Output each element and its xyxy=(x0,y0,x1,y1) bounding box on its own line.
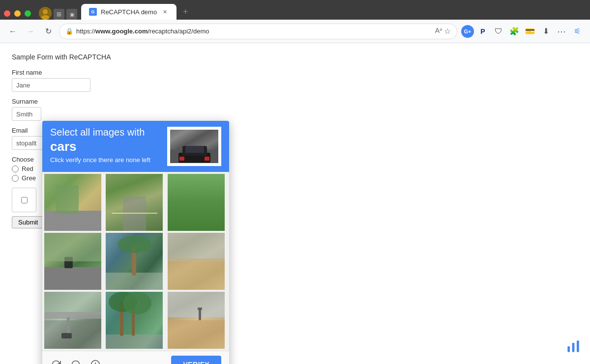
download-icon[interactable]: ⬇ xyxy=(539,25,553,38)
shield-icon[interactable]: 🛡 xyxy=(492,25,505,38)
recaptcha-category: cars xyxy=(50,139,161,154)
help-button[interactable] xyxy=(89,359,101,364)
firstname-group: First name xyxy=(12,69,578,92)
radio-red[interactable] xyxy=(12,166,19,172)
grid-cell-8[interactable] xyxy=(106,292,163,349)
bookmark-icon[interactable]: ☆ xyxy=(444,27,451,36)
grid-cell-9[interactable] xyxy=(168,292,225,349)
recaptcha-title: Select all images with xyxy=(50,127,161,138)
extension-icon-1[interactable]: ⊞ xyxy=(54,9,64,20)
forward-button[interactable]: → xyxy=(24,25,37,38)
recaptcha-footer: VERIFY xyxy=(42,351,229,364)
extension-icon-2[interactable]: ▣ xyxy=(66,9,77,20)
svg-rect-6 xyxy=(567,346,570,352)
surname-input[interactable] xyxy=(12,107,41,121)
browser-window: ⊞ ▣ G ReCAPTCHA demo ✕ + ← → ↻ 🔒 https:/… xyxy=(0,0,590,364)
analytics-icon xyxy=(566,339,580,356)
close-window-button[interactable] xyxy=(4,10,10,17)
recaptcha-widget: Select all images with cars Click verify… xyxy=(42,121,229,364)
radio-red-label: Red xyxy=(22,165,33,172)
checkbox-input[interactable] xyxy=(21,197,28,203)
tab-close-button[interactable]: ✕ xyxy=(161,8,169,16)
address-bar[interactable]: 🔒 https://www.google.com/recaptcha/api2/… xyxy=(59,24,457,39)
grid-cell-4[interactable] xyxy=(44,233,101,290)
grid-cell-2[interactable] xyxy=(106,174,163,231)
menu-button[interactable]: ⋯ xyxy=(555,25,568,38)
firstname-input[interactable] xyxy=(12,78,90,92)
grid-cell-7[interactable] xyxy=(44,292,101,349)
refresh-challenge-button[interactable] xyxy=(50,359,62,364)
grid-cell-5[interactable] xyxy=(106,233,163,290)
recaptcha-image-grid xyxy=(42,172,229,351)
puzzle-icon[interactable]: 🧩 xyxy=(507,25,521,38)
grid-cell-1[interactable] xyxy=(44,174,101,231)
title-bar: ⊞ ▣ G ReCAPTCHA demo ✕ + xyxy=(0,0,590,20)
svg-rect-8 xyxy=(577,340,579,352)
back-button[interactable]: ← xyxy=(6,25,20,38)
radio-green[interactable] xyxy=(12,175,19,182)
recaptcha-header-image[interactable] xyxy=(167,127,221,166)
translate-icon[interactable]: Aᵃ xyxy=(435,27,442,36)
google-account-icon[interactable]: G+ xyxy=(461,25,474,38)
sidebar-icon[interactable]: ⚟ xyxy=(570,25,584,38)
verify-button[interactable]: VERIFY xyxy=(171,356,221,364)
tab-favicon: G xyxy=(89,8,97,16)
page-title: Sample Form with ReCAPTCHA xyxy=(12,53,578,61)
minimize-window-button[interactable] xyxy=(14,10,21,17)
grid-cell-6[interactable] xyxy=(168,233,225,290)
active-tab[interactable]: G ReCAPTCHA demo ✕ xyxy=(81,4,177,20)
grid-cell-3[interactable] xyxy=(168,174,225,231)
firstname-label: First name xyxy=(12,69,578,76)
audio-challenge-button[interactable] xyxy=(70,359,82,364)
surname-group: Surname xyxy=(12,98,578,121)
url-display: https://www.google.com/recaptcha/api2/de… xyxy=(76,28,209,35)
wallet-icon[interactable]: 💳 xyxy=(523,25,537,38)
page-content: Sample Form with ReCAPTCHA First name Su… xyxy=(0,43,590,364)
surname-label: Surname xyxy=(12,98,578,105)
refresh-button[interactable]: ↻ xyxy=(41,25,55,38)
lock-icon: 🔒 xyxy=(65,28,73,35)
recaptcha-header: Select all images with cars Click verify… xyxy=(42,121,229,172)
svg-rect-7 xyxy=(572,343,575,352)
recaptcha-subtitle: Click verify once there are none left xyxy=(50,156,161,164)
footer-icons xyxy=(50,359,101,364)
maximize-window-button[interactable] xyxy=(25,10,31,17)
tab-title: ReCAPTCHA demo xyxy=(101,8,157,16)
paypal-icon[interactable]: P xyxy=(476,25,490,38)
checkbox-area[interactable] xyxy=(12,188,36,212)
toolbar: ← → ↻ 🔒 https://www.google.com/recaptcha… xyxy=(0,20,590,43)
recaptcha-header-text: Select all images with cars Click verify… xyxy=(50,127,161,164)
avatar[interactable] xyxy=(39,7,52,20)
radio-green-label: Gree xyxy=(22,174,36,182)
svg-point-1 xyxy=(43,9,48,14)
submit-button[interactable]: Submit xyxy=(12,216,44,228)
new-tab-button[interactable]: + xyxy=(178,6,192,20)
toolbar-actions: G+ P 🛡 🧩 💳 ⬇ ⋯ ⚟ xyxy=(461,25,584,38)
